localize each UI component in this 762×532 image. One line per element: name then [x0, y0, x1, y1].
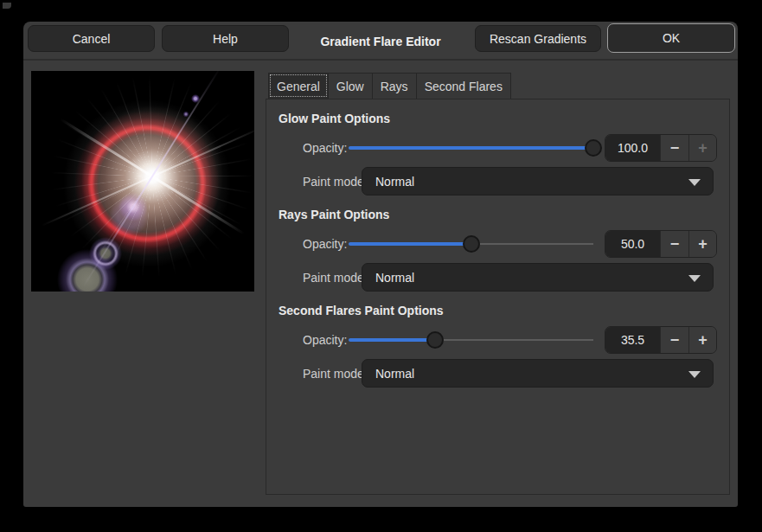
opacity-label: Opacity: — [303, 141, 347, 155]
section-title: Second Flares Paint Options — [279, 304, 444, 317]
slider-fill — [349, 146, 593, 150]
paint-mode-dropdown[interactable]: Normal — [362, 263, 714, 292]
opacity-value-field[interactable]: 50.0 — [605, 231, 660, 257]
opacity-decrement-button[interactable]: − — [660, 231, 688, 257]
opacity-slider[interactable] — [349, 235, 593, 253]
paint-mode-label: Paint mode: — [303, 271, 368, 285]
opacity-decrement-button[interactable]: − — [660, 327, 688, 353]
second-flares-paint-options-section: Second Flares Paint Options Opacity: 35.… — [266, 304, 730, 394]
opacity-spinbox: 35.5 − + — [605, 326, 717, 354]
opacity-spinbox: 100.0 − + — [605, 134, 717, 162]
tab-second-flares[interactable]: Second Flares — [417, 73, 511, 99]
section-title: Glow Paint Options — [279, 112, 390, 125]
paint-mode-label: Paint mode: — [303, 175, 368, 189]
tab-glow[interactable]: Glow — [329, 73, 373, 99]
screen: Gradient Flare Editor Cancel Help Rescan… — [0, 0, 762, 532]
slider-handle[interactable] — [426, 331, 444, 349]
tab-general[interactable]: General — [268, 73, 329, 99]
opacity-slider[interactable] — [349, 331, 593, 349]
cancel-button[interactable]: Cancel — [28, 25, 155, 52]
paint-mode-value: Normal — [362, 271, 414, 285]
slider-handle[interactable] — [463, 235, 480, 253]
chevron-down-icon — [688, 179, 701, 186]
opacity-decrement-button[interactable]: − — [660, 135, 688, 161]
opacity-label: Opacity: — [303, 237, 347, 251]
chevron-down-icon — [688, 275, 701, 282]
opacity-slider[interactable] — [349, 139, 593, 157]
paint-mode-label: Paint mode: — [303, 367, 368, 381]
tab-bar: General Glow Rays Second Flares — [268, 73, 511, 99]
glow-paint-options-section: Glow Paint Options Opacity: 100.0 − + Pa… — [266, 112, 730, 202]
rescan-gradients-button[interactable]: Rescan Gradients — [475, 25, 601, 52]
opacity-increment-button[interactable]: + — [688, 231, 716, 257]
paint-mode-value: Normal — [362, 367, 414, 381]
opacity-value-field[interactable]: 35.5 — [605, 327, 660, 353]
screen-artifact — [3, 3, 11, 9]
paint-mode-dropdown[interactable]: Normal — [362, 359, 714, 388]
paint-mode-value: Normal — [362, 175, 414, 189]
tab-rays[interactable]: Rays — [373, 73, 417, 99]
opacity-spinbox: 50.0 − + — [605, 230, 717, 258]
opacity-increment-button[interactable]: + — [688, 135, 716, 161]
chevron-down-icon — [688, 371, 701, 378]
gradient-flare-editor-dialog: Gradient Flare Editor Cancel Help Rescan… — [23, 22, 738, 507]
section-title: Rays Paint Options — [279, 208, 389, 221]
slider-fill — [349, 338, 435, 342]
dialog-header: Gradient Flare Editor Cancel Help Rescan… — [23, 22, 738, 61]
opacity-increment-button[interactable]: + — [688, 327, 716, 353]
ok-button[interactable]: OK — [607, 23, 735, 53]
paint-mode-dropdown[interactable]: Normal — [362, 167, 714, 195]
slider-handle[interactable] — [585, 139, 602, 157]
help-button[interactable]: Help — [162, 25, 289, 52]
opacity-value-field[interactable]: 100.0 — [605, 135, 660, 161]
opacity-label: Opacity: — [303, 333, 347, 347]
slider-fill — [349, 242, 471, 246]
flare-preview[interactable] — [31, 71, 254, 292]
rays-paint-options-section: Rays Paint Options Opacity: 50.0 − + Pai… — [266, 208, 730, 298]
